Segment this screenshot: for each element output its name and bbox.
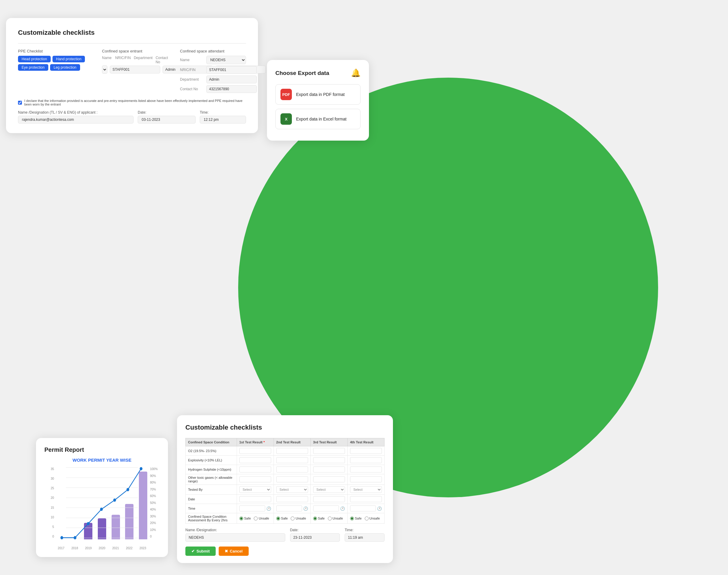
- x-2020: 2020: [96, 546, 108, 550]
- safe-label-2: Safe: [281, 516, 288, 520]
- bottom-date-label: Date:: [290, 528, 340, 532]
- test2-o2[interactable]: [276, 448, 308, 454]
- test4-h2s[interactable]: [350, 467, 382, 472]
- radio-group-2: Safe Unsafe: [276, 516, 308, 520]
- panel-permit-report: Permit Report WORK PERMIT YEAR WISE 35 3…: [36, 438, 168, 557]
- radio-group-1: Safe Unsafe: [240, 516, 271, 520]
- test2-h2s[interactable]: [276, 467, 308, 472]
- x-2023: 2023: [137, 546, 149, 550]
- x-2017: 2017: [55, 546, 67, 550]
- col-header-dept: Department: [134, 56, 153, 64]
- bottom-date-input[interactable]: [290, 533, 340, 542]
- declaration-row: I declare that the information provided …: [18, 99, 246, 106]
- assessment-label-cell: Confined Space Condition Assessment By E…: [186, 513, 237, 524]
- clock-icon-1: 🕐: [266, 506, 271, 511]
- attendant-nric-input[interactable]: [207, 66, 257, 74]
- radio-unsafe-1[interactable]: [254, 516, 258, 520]
- th-condition: Confined Space Condition: [186, 438, 237, 446]
- time-row: Time 🕐 🕐: [186, 504, 384, 513]
- condition-toxic: Other toxic gases (< allowable range): [186, 474, 237, 485]
- tested-by-label: Tested By: [186, 485, 237, 495]
- export-pdf-option[interactable]: PDF Export data in PDF format: [275, 84, 360, 105]
- col-header-nric: NRIC/FIN: [115, 56, 131, 64]
- bottom-name-label: Name /Designation:: [185, 528, 285, 532]
- pdf-icon: PDF: [281, 89, 292, 100]
- y-label-10: 10: [51, 516, 54, 519]
- radio-group-4: Safe Unsafe: [350, 516, 382, 520]
- date-label-cell: Date: [186, 495, 237, 504]
- time-input-2[interactable]: [276, 505, 302, 511]
- test3-explosivity[interactable]: [313, 457, 345, 463]
- dot-2018: [73, 536, 76, 539]
- panel-export: Choose Export data 🔔 PDF Export data in …: [267, 60, 369, 141]
- name-field-input[interactable]: [18, 116, 133, 124]
- radio-safe-1[interactable]: [240, 516, 243, 520]
- panel-customizable-checklists-bottom: Customizable checklists Confined Space C…: [177, 415, 393, 563]
- date-input-3[interactable]: [313, 496, 345, 502]
- att-name-label: Name: [180, 58, 204, 62]
- test4-o2[interactable]: [350, 448, 382, 454]
- radio-unsafe-3[interactable]: [328, 516, 332, 520]
- time-field-input[interactable]: [200, 116, 246, 124]
- submit-button[interactable]: ✔ Submit: [185, 546, 216, 556]
- time-input-3[interactable]: [313, 505, 339, 511]
- declaration-checkbox[interactable]: [18, 101, 22, 105]
- date-field-input[interactable]: [138, 116, 196, 124]
- entrant-nric-input[interactable]: [110, 66, 160, 73]
- time-input-4[interactable]: [350, 505, 376, 511]
- dot-2022: [127, 488, 129, 492]
- radio-safe-4[interactable]: [350, 516, 354, 520]
- test1-o2[interactable]: [240, 448, 271, 454]
- y2-label-100: 100%: [150, 467, 158, 471]
- chart-title: WORK PERMIT YEAR WISE: [44, 458, 160, 463]
- th-1st: 1st Test Result: [237, 438, 274, 446]
- tested-by-select-3[interactable]: Select: [313, 486, 345, 493]
- test4-toxic[interactable]: [350, 476, 382, 482]
- bottom-name-input[interactable]: [185, 533, 285, 542]
- ppe-checklist-section: PPE Checklist Head protection Hand prote…: [18, 49, 96, 95]
- date-input-2[interactable]: [276, 496, 308, 502]
- y-label-20: 20: [51, 496, 54, 500]
- attendant-contact-input[interactable]: [207, 85, 257, 93]
- test1-h2s[interactable]: [240, 467, 271, 472]
- export-excel-option[interactable]: X Export data in Excel format: [275, 109, 360, 129]
- test1-explosivity[interactable]: [240, 457, 271, 463]
- date-input-4[interactable]: [350, 496, 382, 502]
- test3-h2s[interactable]: [313, 467, 345, 472]
- radio-unsafe-2[interactable]: [291, 516, 294, 520]
- excel-icon: X: [281, 113, 292, 125]
- date-input-1[interactable]: [240, 496, 271, 502]
- entrant-name-select[interactable]: NEOEHS: [102, 65, 107, 74]
- att-dept-label: Department: [180, 77, 204, 81]
- test3-toxic[interactable]: [313, 476, 345, 482]
- radio-safe-2[interactable]: [276, 516, 280, 520]
- safe-label-1: Safe: [244, 516, 251, 520]
- test2-toxic[interactable]: [276, 476, 308, 482]
- bottom-time-input[interactable]: [345, 533, 384, 542]
- tested-by-select-1[interactable]: Select: [240, 486, 271, 493]
- test4-explosivity[interactable]: [350, 457, 382, 463]
- radio-group-3: Safe Unsafe: [313, 516, 345, 520]
- tested-by-select-4[interactable]: Select: [350, 486, 382, 493]
- table-row: O2 (19.5%- 23.5%): [186, 446, 384, 456]
- test3-o2[interactable]: [313, 448, 345, 454]
- radio-safe-3[interactable]: [313, 516, 317, 520]
- attendant-dept-input[interactable]: [207, 75, 257, 83]
- th-3rd: 3rd Test Result: [311, 438, 347, 446]
- dot-2017: [60, 536, 63, 539]
- x-2019: 2019: [83, 546, 94, 550]
- chart-body: [55, 467, 149, 545]
- date-field-label: Date:: [138, 110, 196, 114]
- time-input-1[interactable]: [240, 505, 265, 511]
- radio-unsafe-4[interactable]: [365, 516, 369, 520]
- export-title: Choose Export data: [275, 70, 329, 76]
- cancel-button[interactable]: ✖ Cancel: [219, 546, 249, 556]
- test2-explosivity[interactable]: [276, 457, 308, 463]
- test1-toxic[interactable]: [240, 476, 271, 482]
- y-label-5: 5: [52, 525, 54, 529]
- tested-by-select-2[interactable]: Select: [276, 486, 308, 493]
- unsafe-label-1: Unsafe: [259, 516, 269, 520]
- dot-2019: [87, 522, 90, 525]
- attendant-name-select[interactable]: NEOEHS: [207, 56, 246, 64]
- unsafe-label-2: Unsafe: [295, 516, 306, 520]
